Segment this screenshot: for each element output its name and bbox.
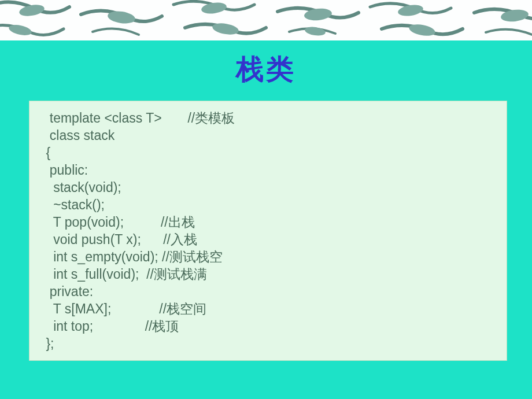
code-line: T pop(void); //出栈 xyxy=(42,213,494,231)
code-line: stack(void); xyxy=(42,179,494,196)
code-line: }; xyxy=(42,335,494,352)
code-line: { xyxy=(42,144,494,161)
decorative-header-band xyxy=(0,0,532,40)
code-line: int s_empty(void); //测试栈空 xyxy=(42,248,494,265)
code-line: int top; //栈顶 xyxy=(42,317,494,335)
code-line: class stack xyxy=(42,127,494,144)
slide-title: 栈类 xyxy=(0,51,532,88)
code-line: void push(T x); //入栈 xyxy=(42,231,494,248)
code-block: template <class T> //类模板 class stack { p… xyxy=(29,101,507,361)
code-line: int s_full(void); //测试栈满 xyxy=(42,265,494,283)
code-line: private: xyxy=(42,283,494,300)
swirl-pattern xyxy=(0,0,532,40)
code-line: T s[MAX]; //栈空间 xyxy=(42,300,494,317)
code-line: ~stack(); xyxy=(42,196,494,213)
code-line: template <class T> //类模板 xyxy=(42,109,494,127)
code-line: public: xyxy=(42,161,494,179)
